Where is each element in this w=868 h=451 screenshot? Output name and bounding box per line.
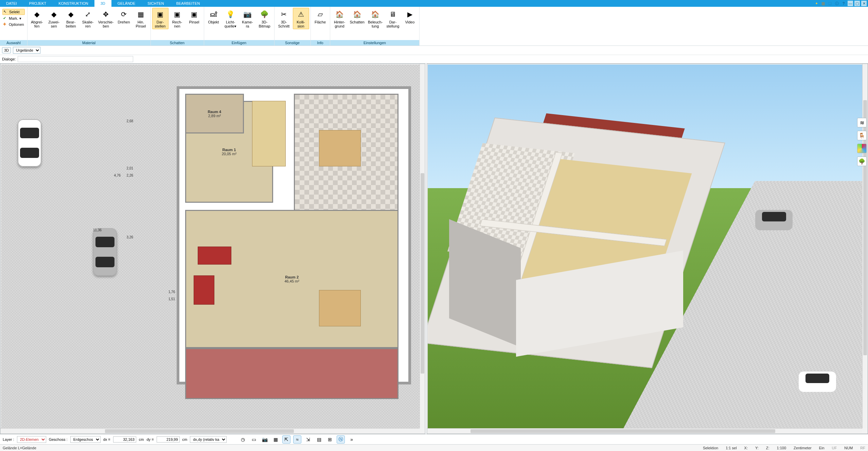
palette-icon[interactable]	[857, 144, 867, 153]
ribbon-label: Hinter-grund	[334, 19, 345, 29]
plan-view-pane[interactable]: Raum 325,90 m² Raum 120,05 m² Raum 42,89…	[0, 64, 425, 434]
rect-icon[interactable]: ▭	[250, 435, 258, 444]
video-icon: ▶	[405, 9, 415, 19]
rechnen-icon: ▣	[172, 9, 182, 19]
help-icon[interactable]: ?	[841, 1, 846, 6]
ribbon-label: Dar-stellung	[386, 19, 399, 29]
ribbon-hintergrund[interactable]: 🏠Hinter-grund	[332, 8, 348, 29]
tab-bearbeiten[interactable]: BEARBEITEN	[170, 0, 206, 7]
ribbon-abgreifen[interactable]: ◆Abgrei-fen	[29, 8, 45, 29]
tab-projekt[interactable]: PROJEKT	[23, 0, 53, 7]
dx-unit: cm	[139, 437, 144, 441]
ribbon-darstellung[interactable]: 🖥Dar-stellung	[385, 8, 401, 29]
snap3-icon[interactable]: ⇲	[304, 435, 312, 444]
ribbon-rechnen[interactable]: ▣Rech-nen	[169, 8, 185, 29]
plan-scroll-h[interactable]	[0, 428, 420, 434]
info-icon[interactable]: ⓘ	[834, 1, 839, 6]
mark-label: Mark.	[9, 16, 18, 20]
group-footer: Auswahl	[0, 40, 27, 46]
tab-datei[interactable]: DATEI	[0, 0, 23, 7]
3d-scene[interactable]	[428, 65, 862, 428]
grid2-icon[interactable]: ⊞	[326, 435, 334, 444]
dy-input[interactable]	[157, 436, 180, 443]
ribbon-flache[interactable]: ▱Fläche	[312, 8, 329, 29]
ribbon-pinsel[interactable]: ▣Pinsel	[186, 8, 202, 29]
tab-gelande[interactable]: GELÄNDE	[111, 0, 142, 7]
geschoss-label: Geschoss :	[49, 437, 68, 441]
layers-icon[interactable]: ❏	[827, 1, 833, 6]
mark-button[interactable]: ✔ Mark.▾	[2, 16, 25, 21]
status-bar: Gelände L=Gelände Selektion 1:1 sel X: Y…	[0, 444, 868, 451]
ribbon-darstellen[interactable]: ▣Dar-stellen	[152, 8, 169, 29]
dialoge-input[interactable]	[18, 56, 133, 62]
geschoss-select[interactable]: Erdgeschos	[70, 436, 101, 443]
terrace[interactable]	[185, 348, 398, 399]
layers-icon[interactable]: ≋	[857, 118, 867, 127]
ribbon-label: Drehen	[118, 19, 130, 29]
minimize-icon[interactable]: —	[848, 1, 853, 6]
tree-icon[interactable]: 🌳	[857, 157, 867, 166]
maximize-icon[interactable]: ▢	[854, 1, 860, 6]
ribbon-schatten2[interactable]: 🏠Schatten	[349, 8, 366, 29]
camera-icon[interactable]: 📷	[261, 435, 269, 444]
overflow-icon[interactable]: »	[348, 435, 356, 444]
close-icon[interactable]: ✕	[861, 1, 867, 6]
ribbon-kamera[interactable]: 📷Kame-ra	[240, 8, 256, 29]
ribbon-label: Zuwei-sen	[48, 19, 59, 29]
layer-select[interactable]: 2D-Elemen	[17, 436, 46, 443]
ribbon-objekt[interactable]: 🛋Objekt	[206, 8, 222, 29]
ribbon-skalieren[interactable]: ⤢Skalie-ren	[80, 8, 96, 29]
coord-mode-select[interactable]: dx,dy (relativ ka	[190, 436, 227, 443]
drehen-icon: ⟳	[119, 9, 129, 19]
hatch-icon[interactable]: ▤	[315, 435, 323, 444]
pinsel-icon: ▣	[189, 9, 199, 19]
car-1[interactable]	[18, 119, 41, 167]
optionen-button[interactable]: ✚ Optionen	[2, 22, 25, 27]
room-4[interactable]: Raum 42,89 m²	[185, 94, 244, 134]
room-2[interactable]: Raum 246,45 m²	[185, 210, 398, 348]
layer-label: Layer :	[3, 437, 14, 441]
snap1-icon[interactable]: ⇱	[282, 435, 290, 444]
book-icon[interactable]: ▥	[820, 1, 826, 6]
select-button[interactable]: ↖ Selekt	[2, 9, 25, 15]
group-footer: Einstellungen	[330, 40, 420, 46]
ribbon-hinpinsel[interactable]: ▦Hin.Pinsel	[133, 8, 149, 29]
ribbon-label: Video	[405, 19, 414, 29]
ribbon-drehen[interactable]: ⟳Drehen	[116, 8, 132, 29]
status-y: Y:	[755, 446, 759, 450]
ribbon-video[interactable]: ▶Video	[402, 8, 418, 29]
ribbon-lichtquelle[interactable]: 💡Licht-quelle▾	[223, 8, 239, 29]
tab-3d[interactable]: 3D	[94, 0, 111, 7]
clock-icon[interactable]: ◷	[239, 435, 247, 444]
dx-input[interactable]	[113, 436, 136, 443]
status-sel: 1:1 sel	[726, 446, 737, 450]
status-unit: Zentimeter	[794, 446, 812, 450]
car-3d-1[interactable]	[755, 210, 793, 230]
ribbon-zuweisen[interactable]: ◆Zuwei-sen	[46, 8, 62, 29]
snap2-icon[interactable]: ≈	[293, 435, 301, 444]
ribbon-schnitt3d[interactable]: ✂3D-Schnitt	[276, 8, 292, 29]
3d-view-pane[interactable]	[427, 64, 868, 434]
chair-icon[interactable]: 🪑	[857, 131, 867, 140]
ribbon-beleuchtung[interactable]: 🏠Beleuch-tung	[367, 8, 384, 29]
ribbon-bitmap3d[interactable]: 🌳3D-Bitmap	[256, 8, 273, 29]
terrain-select[interactable]: Urgelände	[13, 47, 40, 54]
darstellung-icon: 🖥	[388, 9, 398, 19]
ribbon: ↖ Selekt ✔ Mark.▾ ✚ Optionen Auswahl ◆Ab…	[0, 7, 868, 46]
ribbon-kollision[interactable]: ⚠Kolli-sion	[293, 8, 309, 29]
tab-konstruktion[interactable]: KONSTRUKTION	[52, 0, 94, 7]
car-3d-2[interactable]	[799, 372, 836, 392]
north-icon[interactable]: Ⓝ	[337, 435, 345, 444]
ribbon-label: Abgrei-fen	[31, 19, 43, 29]
ribbon-verschieben[interactable]: ✥Verschie-ben	[97, 8, 115, 29]
darstellen-icon: ▣	[155, 9, 165, 19]
ribbon-bearbeiten[interactable]: ◆Bear-beiten	[63, 8, 79, 29]
car-2[interactable]	[93, 228, 117, 276]
tab-sichten[interactable]: SICHTEN	[141, 0, 170, 7]
house-model[interactable]	[454, 130, 693, 356]
tool-icon[interactable]: ✦	[814, 1, 819, 6]
floor-plan[interactable]: Raum 325,90 m² Raum 120,05 m² Raum 42,89…	[1, 65, 420, 428]
plan-scroll-v[interactable]	[420, 64, 425, 428]
3d-scroll-h[interactable]	[427, 428, 862, 434]
grid-icon[interactable]: ▦	[271, 435, 280, 444]
